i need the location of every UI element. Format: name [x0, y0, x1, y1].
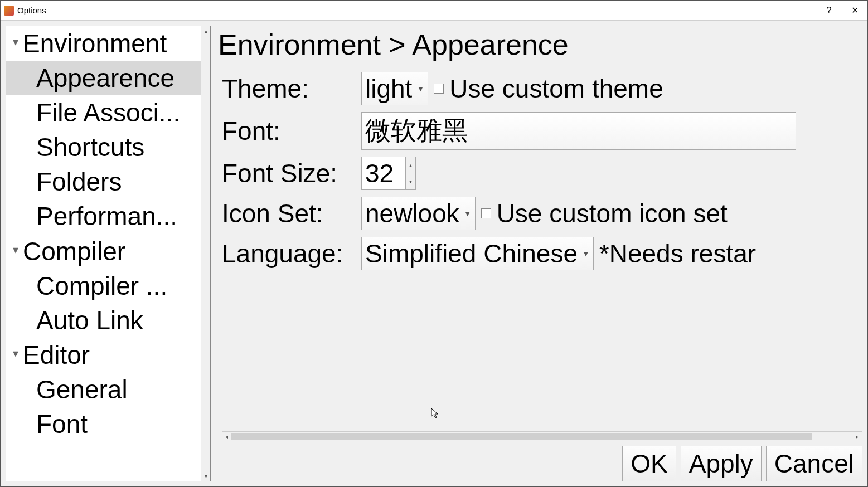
settings-form: Theme: light ▼ Use custom theme Font: 微软… [222, 72, 862, 428]
main-panel: Environment > Appearence Theme: light ▼ … [216, 26, 862, 481]
titlebar: Options ? ✕ [1, 1, 867, 21]
iconset-label: Icon Set: [222, 198, 356, 228]
spin-up-icon[interactable]: ▴ [406, 157, 415, 173]
language-combo[interactable]: Simplified Chinese ▼ [361, 237, 594, 270]
theme-combo[interactable]: light ▼ [361, 72, 428, 105]
tree-performance[interactable]: Performan... [6, 199, 201, 233]
app-icon [4, 6, 14, 16]
apply-button[interactable]: Apply [681, 446, 762, 481]
panel-horizontal-scrollbar[interactable] [222, 431, 862, 441]
language-label: Language: [222, 238, 356, 269]
help-button[interactable]: ? [816, 1, 842, 21]
tree-compiler-sets[interactable]: Compiler ... [6, 269, 201, 303]
use-custom-iconset-label: Use custom icon set [497, 198, 728, 228]
tree-file-association[interactable]: File Associ... [6, 95, 201, 130]
tree-auto-link[interactable]: Auto Link [6, 303, 201, 338]
use-custom-iconset-checkbox[interactable] [481, 208, 491, 218]
options-window: Options ? ✕ Environment Appearence File … [0, 0, 868, 487]
close-button[interactable]: ✕ [842, 1, 867, 21]
tree-compiler[interactable]: Compiler [6, 234, 201, 269]
font-value: 微软雅黑 [365, 114, 468, 148]
dialog-body: Environment Appearence File Associ... Sh… [1, 21, 867, 486]
sidebar-tree: Environment Appearence File Associ... Sh… [6, 26, 201, 481]
fontsize-value: 32 [365, 158, 394, 188]
tree-shortcuts[interactable]: Shortcuts [6, 130, 201, 164]
tree-folders[interactable]: Folders [6, 164, 201, 199]
settings-panel: Theme: light ▼ Use custom theme Font: 微软… [216, 67, 862, 441]
tree-editor[interactable]: Editor [6, 338, 201, 372]
font-combo[interactable]: 微软雅黑 [361, 112, 796, 150]
theme-value: light [365, 74, 412, 104]
cancel-button[interactable]: Cancel [766, 446, 862, 481]
chevron-down-icon: ▼ [416, 84, 424, 93]
sidebar: Environment Appearence File Associ... Sh… [6, 26, 211, 481]
spin-down-icon[interactable]: ▾ [406, 173, 415, 189]
use-custom-theme-label: Use custom theme [449, 74, 663, 104]
chevron-down-icon: ▼ [464, 209, 472, 218]
sidebar-scrollbar[interactable] [201, 26, 210, 481]
window-title: Options [17, 6, 46, 15]
fontsize-spinner[interactable]: 32 ▴ ▾ [361, 157, 416, 190]
font-label: Font: [222, 116, 356, 146]
language-value: Simplified Chinese [365, 238, 578, 269]
tree-general[interactable]: General [6, 372, 201, 407]
use-custom-theme-checkbox[interactable] [434, 84, 444, 94]
dialog-buttons: OK Apply Cancel [216, 446, 862, 481]
iconset-combo[interactable]: newlook ▼ [361, 197, 476, 230]
tree-appearence[interactable]: Appearence [6, 61, 201, 95]
language-restart-hint: *Needs restar [599, 238, 756, 269]
chevron-down-icon: ▼ [582, 249, 590, 258]
breadcrumb: Environment > Appearence [216, 26, 862, 67]
tree-environment[interactable]: Environment [6, 26, 201, 61]
ok-button[interactable]: OK [622, 446, 676, 481]
scrollbar-thumb[interactable] [231, 433, 812, 440]
fontsize-label: Font Size: [222, 158, 356, 188]
iconset-value: newlook [365, 198, 459, 228]
tree-font[interactable]: Font [6, 407, 201, 441]
theme-label: Theme: [222, 74, 356, 104]
